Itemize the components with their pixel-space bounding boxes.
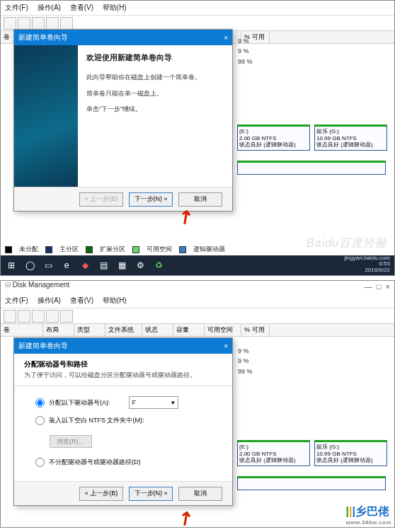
partition-name: 娱乐 (G:) xyxy=(316,128,385,135)
partition-e[interactable]: (E:) 2.00 GB NTFS 状态良好 (逻辑驱动器) xyxy=(237,440,310,466)
minimize-icon[interactable]: — xyxy=(365,282,372,291)
pct-value: 99 % xyxy=(238,57,253,66)
close-icon[interactable]: × xyxy=(386,282,390,291)
partition-status: 状态良好 (逻辑驱动器) xyxy=(239,457,308,464)
taskbar: ⊞ ◯ ▭ e ◆ ▤ ▦ ⚙ ♻ xyxy=(1,255,394,275)
pct-value: 9 % xyxy=(238,356,253,366)
app-titlebar: ⛁ Disk Management xyxy=(1,281,394,294)
toolbar-btn[interactable] xyxy=(32,17,45,30)
start-icon[interactable]: ⊞ xyxy=(4,258,19,273)
pct-column-values: 9 % 9 % 99 % xyxy=(238,346,253,376)
menu-help[interactable]: 帮助(H) xyxy=(103,4,127,11)
col-volume[interactable]: 卷 xyxy=(1,324,43,336)
col-free[interactable]: 可用空间 xyxy=(205,324,241,336)
toolbar-btn[interactable] xyxy=(46,310,59,323)
cancel-button[interactable]: 取消 xyxy=(178,192,222,207)
menu-file[interactable]: 文件(F) xyxy=(5,296,28,304)
mount-folder-radio[interactable] xyxy=(35,416,45,425)
taskbar-clock[interactable]: jingyan.baidu.com 0:53 2018/6/22 xyxy=(345,255,390,274)
maximize-icon[interactable]: □ xyxy=(377,282,382,291)
radio-label: 装入以下空白 NTFS 文件夹中(M): xyxy=(49,416,144,425)
col-type[interactable]: 类型 xyxy=(74,324,105,336)
annotation-arrow-icon: ↗ xyxy=(173,504,198,531)
wizard-close-icon[interactable]: × xyxy=(224,34,228,42)
col-capacity[interactable]: 容量 xyxy=(173,324,205,336)
toolbar-btn[interactable] xyxy=(60,310,73,323)
menu-help[interactable]: 帮助(H) xyxy=(103,296,127,304)
col-status[interactable]: 状态 xyxy=(142,324,173,336)
legend-label: 主分区 xyxy=(59,245,79,254)
legend-swatch xyxy=(5,246,12,253)
menubar: 文件(F) 操作(A) 查看(V) 帮助(H) xyxy=(1,1,394,16)
pct-column-values: 9 % 9 % 99 % xyxy=(238,36,253,66)
app-icon[interactable]: ▦ xyxy=(114,258,130,273)
back-button[interactable]: « 上一步(B) xyxy=(79,487,123,501)
menu-action[interactable]: 操作(A) xyxy=(38,296,61,304)
toolbar-btn[interactable] xyxy=(18,17,30,30)
wizard-close-icon[interactable]: × xyxy=(224,342,228,350)
col-fs[interactable]: 文件系统 xyxy=(105,324,142,336)
toolbar-btn[interactable] xyxy=(32,310,45,323)
menu-view[interactable]: 查看(V) xyxy=(70,296,93,304)
cancel-button[interactable]: 取消 xyxy=(178,487,222,501)
next-button[interactable]: 下一步(N) » xyxy=(129,487,173,501)
toolbar-btn[interactable] xyxy=(60,17,73,30)
toolbar-btn[interactable] xyxy=(46,17,59,30)
logo-text: 乡巴佬 xyxy=(355,505,389,517)
wizard-button-row: « 上一步(B) 下一步(N) » 取消 xyxy=(14,187,232,211)
partition-size: 10.99 GB NTFS xyxy=(316,135,385,142)
menu-file[interactable]: 文件(F) xyxy=(5,4,28,11)
clock-time: 0:53 xyxy=(379,260,390,267)
partition-name: (E:) xyxy=(239,128,308,135)
menu-action[interactable]: 操作(A) xyxy=(38,4,61,11)
app-icon[interactable]: ♻ xyxy=(151,258,166,273)
radio-label: 不分配驱动器号或驱动器路径(D) xyxy=(49,458,141,467)
wizard-titlebar: 新建简单卷向导 × xyxy=(14,338,232,354)
wizard-heading: 欢迎使用新建简单卷向导 xyxy=(86,52,224,63)
wizard-title-text: 新建简单卷向导 xyxy=(18,341,68,351)
cortana-icon[interactable]: ◯ xyxy=(22,258,38,273)
partition-row[interactable] xyxy=(237,476,386,490)
partition-g[interactable]: 娱乐 (G:) 10.99 GB NTFS 状态良好 (逻辑驱动器) xyxy=(314,440,387,466)
app-title: Disk Management xyxy=(13,281,70,289)
browse-button: 浏览(R)… xyxy=(50,435,92,448)
wizard-text: 简单卷只能在单一磁盘上。 xyxy=(86,89,224,98)
no-assign-radio[interactable] xyxy=(35,458,45,467)
edge-icon[interactable]: e xyxy=(59,258,74,273)
wizard-text: 此向导帮助你在磁盘上创建一个简单卷。 xyxy=(86,73,224,82)
pct-value: 9 % xyxy=(238,36,253,46)
legend-label: 未分配 xyxy=(19,245,38,254)
partition-row[interactable] xyxy=(237,161,386,175)
legend-label: 逻辑驱动器 xyxy=(193,245,225,254)
watermark: Baidu百度经验 xyxy=(307,236,387,251)
taskview-icon[interactable]: ▭ xyxy=(40,258,56,273)
toolbar-btn[interactable] xyxy=(4,17,16,30)
pct-value: 9 % xyxy=(238,46,253,56)
toolbar-btn[interactable] xyxy=(4,310,16,323)
assign-drive-letter-radio[interactable] xyxy=(35,398,45,407)
screenshot-bottom: ⛁ Disk Management — □ × 文件(F) 操作(A) 查看(V… xyxy=(0,280,395,528)
col-pct[interactable]: % 可用 xyxy=(241,324,270,336)
partition-g[interactable]: 娱乐 (G:) 10.99 GB NTFS 状态良好 (逻辑驱动器) xyxy=(314,125,387,151)
pct-value: 99 % xyxy=(238,366,253,376)
app-icon[interactable]: ▤ xyxy=(96,258,111,273)
toolbar-btn[interactable] xyxy=(18,310,30,323)
partition-e[interactable]: (E:) 2.00 GB NTFS 状态良好 (逻辑驱动器) xyxy=(237,125,310,151)
next-button[interactable]: 下一步(N) » xyxy=(129,192,173,207)
wizard-text: 单击"下一步"继续。 xyxy=(86,105,224,114)
col-layout[interactable]: 布局 xyxy=(43,324,74,336)
app-icon[interactable]: ◆ xyxy=(77,258,93,273)
wizard-step-title: 分配驱动器号和路径 xyxy=(24,359,222,369)
legend-label: 可用空间 xyxy=(147,245,172,254)
screenshot-top: 文件(F) 操作(A) 查看(V) 帮助(H) 卷 布局 类型 文件系统 状态 … xyxy=(0,0,395,276)
clock-date: 2018/6/22 xyxy=(345,267,390,274)
menu-view[interactable]: 查看(V) xyxy=(70,4,93,11)
wizard-titlebar: 新建简单卷向导 × xyxy=(14,30,232,45)
drive-letter-value: F xyxy=(132,399,137,406)
app-icon[interactable]: ⚙ xyxy=(132,258,148,273)
legend-swatch xyxy=(86,246,93,253)
legend: 未分配 主分区 扩展分区 可用空间 逻辑驱动器 xyxy=(5,245,225,254)
wizard-title-text: 新建简单卷向导 xyxy=(18,33,68,42)
drive-letter-select[interactable]: F▾ xyxy=(129,396,178,409)
partition-size: 2.00 GB NTFS xyxy=(239,451,308,458)
